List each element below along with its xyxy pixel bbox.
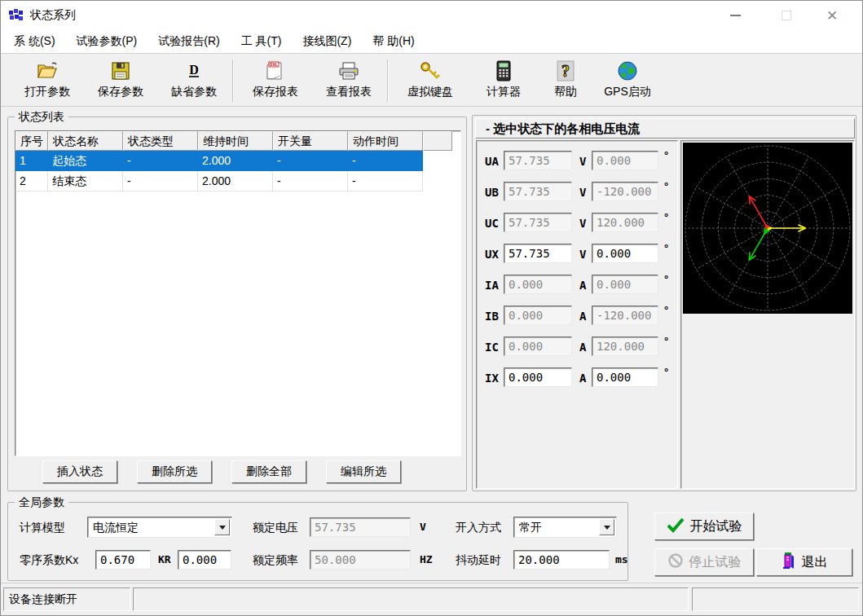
- phase-row-ib: IB0.000A-120.000°: [477, 306, 677, 327]
- delete-all-button[interactable]: 删除全部: [231, 460, 306, 483]
- phase-row-ub: UB57.735V-120.000°: [477, 182, 677, 203]
- app-icon: [8, 7, 24, 24]
- toolbar-gps-start-button[interactable]: GPS启动: [591, 58, 664, 99]
- ux-angle-field[interactable]: 0.000: [592, 244, 658, 263]
- letter-d-icon: D: [183, 58, 205, 84]
- calc-model-select[interactable]: 电流恒定: [87, 517, 232, 538]
- close-button[interactable]: ✕: [813, 1, 851, 30]
- calculator-icon: [494, 58, 513, 84]
- uc-magnitude-field: 57.735: [504, 213, 572, 232]
- phase-row-ix: IX0.000A0.000°: [477, 367, 677, 389]
- switch-mode-label: 开入方式: [456, 521, 501, 535]
- toolbar-calculator-button[interactable]: 计算器: [467, 58, 540, 99]
- toolbar-help-button[interactable]: ?帮助: [540, 58, 591, 99]
- phase-row-ua: UA57.735V0.000°: [477, 151, 677, 172]
- ic-angle-field: 120.000: [592, 337, 658, 356]
- toolbar-view-report-button[interactable]: 查看报表: [312, 58, 385, 99]
- table-row[interactable]: 2结束态-2.000--: [15, 171, 423, 191]
- exit-button[interactable]: 退出: [756, 548, 852, 576]
- menu-tools[interactable]: 工 具(T): [240, 31, 284, 52]
- jitter-delay-label: 抖动延时: [456, 553, 501, 568]
- degree-symbol: °: [664, 273, 668, 285]
- toolbar-gps-start-label: GPS启动: [604, 85, 651, 99]
- start-test-button[interactable]: 开始试验: [654, 513, 754, 540]
- phase-row-ic: IC0.000A120.000°: [477, 337, 677, 358]
- degree-symbol: °: [664, 211, 668, 223]
- toolbar-open-params-button[interactable]: 打开参数: [11, 58, 84, 99]
- phase-label: IB: [485, 310, 499, 323]
- switch-mode-select[interactable]: 常开: [513, 517, 617, 538]
- printer-icon: [337, 58, 360, 84]
- stop-icon: [667, 552, 684, 572]
- menu-wiring-diagram[interactable]: 接线图(Z): [301, 31, 353, 52]
- phase-label: IA: [485, 279, 499, 292]
- rated-freq-label: 额定频率: [253, 553, 298, 568]
- table-cell: 2.000: [198, 151, 273, 171]
- ix-angle-field[interactable]: 0.000: [592, 367, 658, 387]
- zero-seq-field[interactable]: 0.670: [95, 550, 151, 570]
- delete-selected-button[interactable]: 删除所选: [137, 460, 212, 483]
- phase-unit: A: [579, 279, 586, 292]
- toolbar-default-params-button[interactable]: D缺省参数: [157, 58, 231, 99]
- kr-label: KR: [158, 553, 171, 565]
- menu-system[interactable]: 系 统(S): [12, 31, 57, 52]
- calc-model-dropdown-button[interactable]: [214, 519, 230, 535]
- uc-angle-field: 120.000: [592, 213, 658, 232]
- maximize-button[interactable]: [768, 1, 805, 30]
- insert-state-button[interactable]: 插入状态: [42, 460, 117, 483]
- floppy-icon: [110, 58, 131, 84]
- status-bar: 设备连接断开: [1, 583, 862, 616]
- phase-row-ux: UX57.735V0.000°: [477, 244, 677, 265]
- phasor-panel: [680, 140, 855, 489]
- state-table[interactable]: 序号状态名称状态类型维持时间开关量动作时间1起始态-2.000--2结束态-2.…: [15, 130, 461, 456]
- menu-test-report[interactable]: 试验报告(R): [156, 31, 221, 52]
- phase-label: UX: [485, 248, 499, 261]
- phase-label: IC: [485, 341, 499, 354]
- degree-symbol: °: [664, 149, 668, 161]
- table-header-cell[interactable]: 维持时间: [198, 131, 273, 151]
- menu-help[interactable]: 帮 助(H): [371, 31, 416, 52]
- phase-label: UC: [485, 217, 499, 230]
- stop-test-button: 停止试验: [654, 548, 754, 576]
- jitter-delay-field[interactable]: 20.000: [513, 550, 610, 570]
- phase-unit: V: [579, 155, 586, 168]
- ix-magnitude-field[interactable]: 0.000: [504, 367, 572, 387]
- table-header-cell[interactable]: 状态类型: [123, 131, 198, 151]
- chevron-down-icon: [219, 526, 226, 530]
- switch-mode-dropdown-button[interactable]: [599, 519, 614, 535]
- toolbar-save-report-button[interactable]: EXL保存报表: [239, 58, 312, 99]
- table-row[interactable]: 1起始态-2.000--: [15, 151, 423, 171]
- degree-symbol: °: [664, 242, 668, 254]
- menu-bar: 系 统(S)试验参数(P)试验报告(R)工 具(T)接线图(Z)帮 助(H): [1, 30, 862, 53]
- table-header-cell[interactable]: 状态名称: [48, 131, 123, 151]
- table-header-cell[interactable]: 序号: [15, 131, 48, 151]
- menu-test-params[interactable]: 试验参数(P): [75, 31, 139, 52]
- maximize-icon: [782, 11, 791, 20]
- window-title: 状态系列: [30, 8, 76, 23]
- close-icon: ✕: [826, 9, 838, 23]
- kr-field[interactable]: 0.000: [178, 550, 231, 570]
- toolbar-view-report-label: 查看报表: [326, 85, 372, 99]
- calc-model-value: 电流恒定: [93, 521, 139, 534]
- toolbar-virtual-keyboard-button[interactable]: 虚拟键盘: [394, 58, 467, 99]
- phase-row-uc: UC57.735V120.000°: [477, 213, 677, 234]
- svg-text:?: ?: [561, 62, 570, 80]
- calc-model-label: 计算模型: [20, 521, 65, 535]
- table-header-cell[interactable]: 开关量: [273, 131, 348, 151]
- degree-symbol: °: [664, 335, 668, 347]
- table-cell: -: [123, 171, 198, 191]
- table-cell: 1: [15, 151, 48, 171]
- phase-label: UB: [485, 186, 499, 199]
- ua-angle-field: 0.000: [592, 151, 658, 170]
- table-header-cell[interactable]: 动作时间: [348, 131, 423, 151]
- ux-magnitude-field[interactable]: 57.735: [504, 244, 572, 263]
- toolbar-save-params-button[interactable]: 保存参数: [84, 58, 157, 99]
- ib-magnitude-field: 0.000: [504, 306, 572, 325]
- table-cell: -: [123, 151, 198, 171]
- exit-label: 退出: [802, 554, 828, 571]
- ib-angle-field: -120.000: [592, 306, 658, 325]
- edit-selected-button[interactable]: 编辑所选: [326, 460, 401, 483]
- minimize-button[interactable]: [716, 1, 754, 30]
- ic-magnitude-field: 0.000: [504, 337, 572, 356]
- table-cell: 2: [15, 171, 48, 191]
